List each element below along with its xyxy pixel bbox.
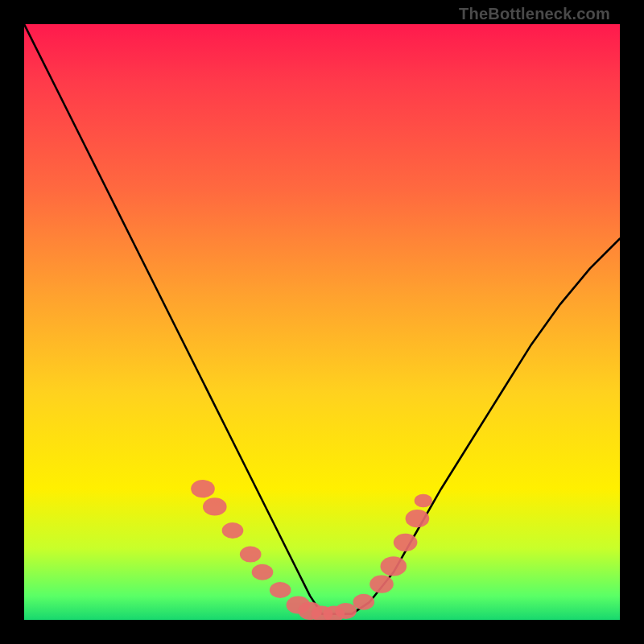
bottleneck-curve [24,24,620,614]
curve-marker [394,534,418,551]
curve-marker [335,603,357,619]
curve-marker [415,494,432,508]
curve-marker [240,547,262,563]
curve-marker [252,564,274,580]
chart-overlay [24,24,620,620]
curve-marker [191,480,215,497]
curve-marker [270,582,291,598]
chart-frame [24,24,620,620]
curve-marker [353,594,374,610]
watermark-text: TheBottleneck.com [459,5,610,23]
curve-marker [406,510,430,527]
curve-marker [222,522,244,539]
curve-marker [381,556,407,576]
curve-marker [369,576,394,593]
curve-marker [203,497,227,515]
